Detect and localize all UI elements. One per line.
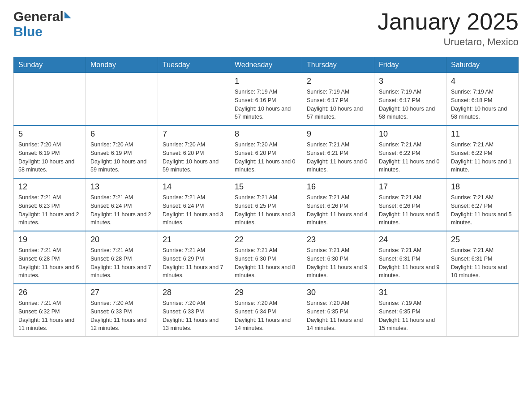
day-number: 10: [379, 129, 442, 139]
weekday-header-tuesday: Tuesday: [158, 57, 230, 73]
logo: General Blue: [13, 9, 71, 39]
calendar-week-row: 12Sunrise: 7:21 AMSunset: 6:23 PMDayligh…: [14, 178, 519, 231]
day-number: 5: [18, 129, 81, 139]
day-number: 16: [307, 182, 369, 192]
calendar-subtitle: Uruetaro, Mexico: [378, 36, 519, 48]
logo-arrow-icon: [64, 12, 71, 18]
day-number: 17: [379, 182, 442, 192]
calendar-cell: 4Sunrise: 7:19 AMSunset: 6:18 PMDaylight…: [446, 73, 519, 126]
calendar-week-row: 5Sunrise: 7:20 AMSunset: 6:19 PMDaylight…: [14, 125, 519, 178]
calendar-week-row: 19Sunrise: 7:21 AMSunset: 6:28 PMDayligh…: [14, 231, 519, 284]
day-number: 4: [451, 77, 514, 86]
day-number: 9: [307, 129, 369, 139]
day-info: Sunrise: 7:21 AMSunset: 6:24 PMDaylight:…: [163, 193, 225, 227]
day-info: Sunrise: 7:21 AMSunset: 6:21 PMDaylight:…: [307, 141, 369, 174]
calendar-cell: [86, 73, 158, 126]
day-info: Sunrise: 7:20 AMSunset: 6:19 PMDaylight:…: [18, 141, 81, 174]
calendar-cell: [158, 73, 230, 126]
day-number: 7: [163, 129, 225, 139]
calendar-cell: 11Sunrise: 7:21 AMSunset: 6:22 PMDayligh…: [446, 125, 519, 178]
day-number: 29: [235, 288, 297, 297]
day-info: Sunrise: 7:21 AMSunset: 6:31 PMDaylight:…: [379, 246, 442, 280]
day-info: Sunrise: 7:21 AMSunset: 6:27 PMDaylight:…: [451, 193, 514, 227]
day-info: Sunrise: 7:20 AMSunset: 6:20 PMDaylight:…: [163, 141, 225, 174]
calendar-cell: [14, 73, 86, 126]
calendar-cell: 31Sunrise: 7:19 AMSunset: 6:35 PMDayligh…: [374, 284, 446, 337]
day-number: 19: [18, 235, 81, 244]
day-info: Sunrise: 7:21 AMSunset: 6:30 PMDaylight:…: [307, 246, 369, 280]
weekday-header-wednesday: Wednesday: [230, 57, 302, 73]
day-info: Sunrise: 7:19 AMSunset: 6:35 PMDaylight:…: [379, 299, 442, 333]
calendar-cell: 19Sunrise: 7:21 AMSunset: 6:28 PMDayligh…: [14, 231, 86, 284]
day-number: 8: [235, 129, 297, 139]
day-info: Sunrise: 7:21 AMSunset: 6:28 PMDaylight:…: [90, 246, 153, 280]
day-info: Sunrise: 7:21 AMSunset: 6:25 PMDaylight:…: [235, 193, 297, 227]
day-info: Sunrise: 7:20 AMSunset: 6:33 PMDaylight:…: [163, 299, 225, 333]
day-number: 20: [90, 235, 153, 244]
day-info: Sunrise: 7:21 AMSunset: 6:29 PMDaylight:…: [163, 246, 225, 280]
calendar-cell: 23Sunrise: 7:21 AMSunset: 6:30 PMDayligh…: [302, 231, 374, 284]
day-number: 11: [451, 129, 514, 139]
calendar-cell: 16Sunrise: 7:21 AMSunset: 6:26 PMDayligh…: [302, 178, 374, 231]
weekday-header-row: SundayMondayTuesdayWednesdayThursdayFrid…: [14, 57, 519, 73]
calendar-cell: 15Sunrise: 7:21 AMSunset: 6:25 PMDayligh…: [230, 178, 302, 231]
calendar-cell: 12Sunrise: 7:21 AMSunset: 6:23 PMDayligh…: [14, 178, 86, 231]
calendar-table: SundayMondayTuesdayWednesdayThursdayFrid…: [13, 57, 519, 337]
weekday-header-friday: Friday: [374, 57, 446, 73]
day-info: Sunrise: 7:19 AMSunset: 6:18 PMDaylight:…: [451, 88, 514, 121]
calendar-title: January 2025: [378, 9, 519, 34]
calendar-cell: 26Sunrise: 7:21 AMSunset: 6:32 PMDayligh…: [14, 284, 86, 337]
weekday-header-monday: Monday: [86, 57, 158, 73]
day-info: Sunrise: 7:21 AMSunset: 6:22 PMDaylight:…: [379, 141, 442, 174]
calendar-week-row: 1Sunrise: 7:19 AMSunset: 6:16 PMDaylight…: [14, 73, 519, 126]
page-header: General Blue January 2025 Uruetaro, Mexi…: [13, 9, 519, 48]
day-number: 2: [307, 77, 369, 86]
day-info: Sunrise: 7:21 AMSunset: 6:26 PMDaylight:…: [307, 193, 369, 227]
title-section: January 2025 Uruetaro, Mexico: [378, 9, 519, 48]
day-info: Sunrise: 7:20 AMSunset: 6:20 PMDaylight:…: [235, 141, 297, 174]
logo-blue-text: Blue: [13, 24, 43, 39]
day-info: Sunrise: 7:20 AMSunset: 6:34 PMDaylight:…: [235, 299, 297, 333]
day-info: Sunrise: 7:21 AMSunset: 6:24 PMDaylight:…: [90, 193, 153, 227]
calendar-cell: 14Sunrise: 7:21 AMSunset: 6:24 PMDayligh…: [158, 178, 230, 231]
day-number: 21: [163, 235, 225, 244]
calendar-cell: 27Sunrise: 7:20 AMSunset: 6:33 PMDayligh…: [86, 284, 158, 337]
day-info: Sunrise: 7:21 AMSunset: 6:22 PMDaylight:…: [451, 141, 514, 174]
day-info: Sunrise: 7:21 AMSunset: 6:23 PMDaylight:…: [18, 193, 81, 227]
day-number: 22: [235, 235, 297, 244]
day-number: 13: [90, 182, 153, 192]
day-number: 30: [307, 288, 369, 297]
day-number: 14: [163, 182, 225, 192]
day-number: 6: [90, 129, 153, 139]
day-number: 26: [18, 288, 81, 297]
weekday-header-sunday: Sunday: [14, 57, 86, 73]
day-number: 28: [163, 288, 225, 297]
day-info: Sunrise: 7:20 AMSunset: 6:33 PMDaylight:…: [90, 299, 153, 333]
calendar-cell: 10Sunrise: 7:21 AMSunset: 6:22 PMDayligh…: [374, 125, 446, 178]
calendar-cell: 1Sunrise: 7:19 AMSunset: 6:16 PMDaylight…: [230, 73, 302, 126]
day-info: Sunrise: 7:21 AMSunset: 6:32 PMDaylight:…: [18, 299, 81, 333]
day-info: Sunrise: 7:21 AMSunset: 6:31 PMDaylight:…: [451, 246, 514, 280]
calendar-cell: 5Sunrise: 7:20 AMSunset: 6:19 PMDaylight…: [14, 125, 86, 178]
day-number: 23: [307, 235, 369, 244]
calendar-cell: 21Sunrise: 7:21 AMSunset: 6:29 PMDayligh…: [158, 231, 230, 284]
day-info: Sunrise: 7:20 AMSunset: 6:19 PMDaylight:…: [90, 141, 153, 174]
day-number: 18: [451, 182, 514, 192]
calendar-cell: 20Sunrise: 7:21 AMSunset: 6:28 PMDayligh…: [86, 231, 158, 284]
calendar-cell: 18Sunrise: 7:21 AMSunset: 6:27 PMDayligh…: [446, 178, 519, 231]
calendar-cell: [446, 284, 519, 337]
day-number: 12: [18, 182, 81, 192]
calendar-cell: 25Sunrise: 7:21 AMSunset: 6:31 PMDayligh…: [446, 231, 519, 284]
day-number: 24: [379, 235, 442, 244]
calendar-cell: 28Sunrise: 7:20 AMSunset: 6:33 PMDayligh…: [158, 284, 230, 337]
weekday-header-saturday: Saturday: [446, 57, 519, 73]
calendar-cell: 8Sunrise: 7:20 AMSunset: 6:20 PMDaylight…: [230, 125, 302, 178]
day-info: Sunrise: 7:19 AMSunset: 6:17 PMDaylight:…: [307, 88, 369, 121]
calendar-week-row: 26Sunrise: 7:21 AMSunset: 6:32 PMDayligh…: [14, 284, 519, 337]
day-info: Sunrise: 7:21 AMSunset: 6:28 PMDaylight:…: [18, 246, 81, 280]
day-number: 15: [235, 182, 297, 192]
calendar-cell: 2Sunrise: 7:19 AMSunset: 6:17 PMDaylight…: [302, 73, 374, 126]
logo-general-text: General: [13, 9, 64, 24]
calendar-cell: 17Sunrise: 7:21 AMSunset: 6:26 PMDayligh…: [374, 178, 446, 231]
calendar-cell: 7Sunrise: 7:20 AMSunset: 6:20 PMDaylight…: [158, 125, 230, 178]
